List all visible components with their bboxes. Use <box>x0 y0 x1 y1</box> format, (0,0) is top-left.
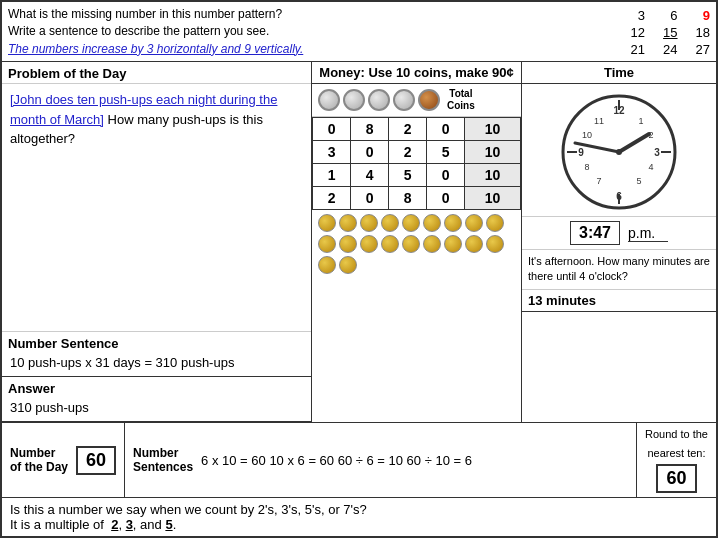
bottom-row: Number of the Day 60 NumberSentences 6 x… <box>2 422 716 497</box>
num-day-label: Number of the Day <box>10 446 68 474</box>
round-value: 60 <box>656 464 696 493</box>
money-cell-3-0: 2 <box>313 187 351 210</box>
top-left: What is the missing number in this numbe… <box>8 6 611 56</box>
main-container: What is the missing number in this numbe… <box>0 0 718 538</box>
svg-text:5: 5 <box>636 176 641 186</box>
clock-svg: 12 3 6 9 1 2 4 5 7 8 10 11 <box>559 92 679 212</box>
sentences-value: 6 x 10 = 60 10 x 6 = 60 60 ÷ 6 = 10 60 ÷… <box>201 453 472 468</box>
small-coin <box>318 256 336 274</box>
col1-r1: 3 <box>638 8 645 23</box>
col3-r1: 9 <box>703 8 710 23</box>
money-cell-1-3: 5 <box>427 141 465 164</box>
small-coin <box>339 214 357 232</box>
clock-area: 12 3 6 9 1 2 4 5 7 8 10 11 <box>522 84 716 217</box>
col2-r3: 24 <box>663 42 677 57</box>
money-cell-2-3: 0 <box>427 164 465 187</box>
answer-value: 310 push-ups <box>2 398 311 422</box>
small-coin <box>318 235 336 253</box>
money-cell-0-2: 2 <box>389 118 427 141</box>
top-section: What is the missing number in this numbe… <box>2 2 716 62</box>
right-panel: Time 12 3 6 9 1 2 <box>522 62 716 422</box>
problem-text: [John does ten push-ups each night durin… <box>2 84 311 331</box>
coins-row: TotalCoins <box>312 84 521 117</box>
money-cell-1-0: 3 <box>313 141 351 164</box>
small-coin <box>423 235 441 253</box>
answer-label: Answer <box>2 377 311 398</box>
svg-text:6: 6 <box>616 191 622 202</box>
multiples-line2: It is a multiple of 2, 3, and 5. <box>10 517 708 532</box>
number-sentence-label: Number Sentence <box>2 331 311 353</box>
small-coin <box>444 235 462 253</box>
small-coin <box>318 214 336 232</box>
total-coins-label: TotalCoins <box>447 88 475 112</box>
sentences-label: NumberSentences <box>133 446 193 474</box>
middle-panel: Money: Use 10 coins, make 90¢ TotalCoins… <box>312 62 522 422</box>
num-day-value: 60 <box>76 446 116 475</box>
bottom-num-day: Number of the Day 60 <box>2 423 125 497</box>
money-header: Money: Use 10 coins, make 90¢ <box>312 62 521 84</box>
col1-r3: 21 <box>631 42 645 57</box>
question2: Write a sentence to describe the pattern… <box>8 23 611 40</box>
small-coin <box>360 235 378 253</box>
money-cell-0-3: 0 <box>427 118 465 141</box>
round-label1: Round to the <box>645 427 708 441</box>
num-day-label1: Number <box>10 446 68 460</box>
svg-text:9: 9 <box>578 147 584 158</box>
money-table: 082010302510145010208010 <box>312 117 521 210</box>
svg-text:12: 12 <box>613 105 625 116</box>
col1-r2: 12 <box>631 25 645 40</box>
pattern-answer: The numbers increase by 3 horizontally a… <box>8 42 611 56</box>
col3-r2: 18 <box>696 25 710 40</box>
small-coin <box>423 214 441 232</box>
small-coin <box>486 235 504 253</box>
coin-5 <box>418 89 440 111</box>
svg-text:1: 1 <box>638 116 643 126</box>
col2: 6 15 24 <box>663 8 677 57</box>
small-coin <box>444 214 462 232</box>
coin-4 <box>393 89 415 111</box>
money-cell-0-4: 10 <box>465 118 521 141</box>
coin-1 <box>318 89 340 111</box>
money-cell-1-1: 0 <box>351 141 389 164</box>
col3: 9 18 27 <box>696 8 710 57</box>
col1: 3 12 21 <box>631 8 645 57</box>
time-value: 3:47 <box>570 221 620 245</box>
coins-img-area <box>312 210 521 422</box>
svg-text:8: 8 <box>584 162 589 172</box>
money-cell-0-0: 0 <box>313 118 351 141</box>
bottom-sentences: NumberSentences 6 x 10 = 60 10 x 6 = 60 … <box>125 423 637 497</box>
money-cell-1-4: 10 <box>465 141 521 164</box>
svg-text:10: 10 <box>582 130 592 140</box>
small-coin <box>339 235 357 253</box>
svg-text:11: 11 <box>594 116 604 126</box>
coin-3 <box>368 89 390 111</box>
money-cell-3-2: 8 <box>389 187 427 210</box>
time-display-row: 3:47 p.m. <box>522 217 716 250</box>
time-ampm: p.m. <box>628 225 668 242</box>
small-coin <box>360 214 378 232</box>
small-coin <box>381 214 399 232</box>
col2-r2: 15 <box>663 25 677 40</box>
time-answer: 13 minutes <box>522 290 716 312</box>
small-coin <box>402 235 420 253</box>
money-cell-0-1: 8 <box>351 118 389 141</box>
question1: What is the missing number in this numbe… <box>8 6 611 23</box>
bottom-bottom-row: Is this a number we say when we count by… <box>2 497 716 536</box>
svg-text:7: 7 <box>596 176 601 186</box>
col3-r3: 27 <box>696 42 710 57</box>
coin-2 <box>343 89 365 111</box>
multiples-line1: Is this a number we say when we count by… <box>10 502 708 517</box>
problem-label: Problem of the Day <box>2 62 311 84</box>
money-cell-2-1: 4 <box>351 164 389 187</box>
number-sentence-value: 10 push-ups x 31 days = 310 push-ups <box>2 353 311 377</box>
svg-text:3: 3 <box>654 147 660 158</box>
svg-text:4: 4 <box>648 162 653 172</box>
money-cell-2-4: 10 <box>465 164 521 187</box>
small-coin <box>465 235 483 253</box>
money-cell-2-0: 1 <box>313 164 351 187</box>
small-coin <box>402 214 420 232</box>
small-coin <box>486 214 504 232</box>
number-pattern: 3 12 21 6 15 24 9 18 27 <box>631 6 710 57</box>
small-coin <box>465 214 483 232</box>
money-cell-3-1: 0 <box>351 187 389 210</box>
